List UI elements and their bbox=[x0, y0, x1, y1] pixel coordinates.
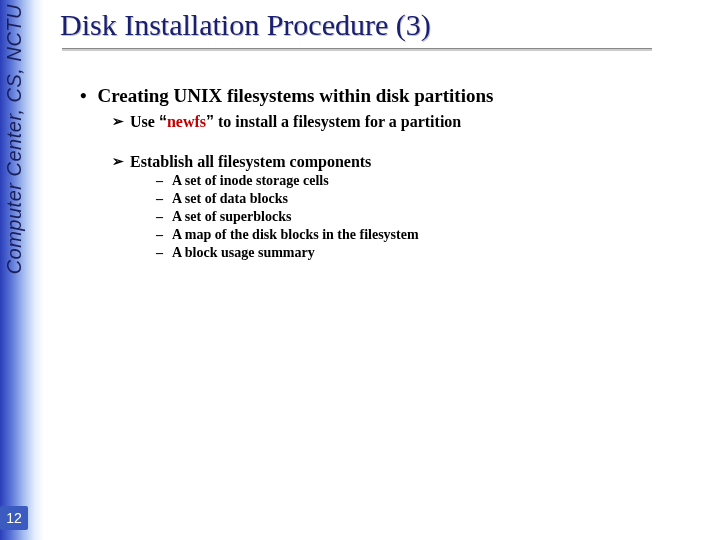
quote-close: ” bbox=[206, 113, 214, 130]
slide-content: Disk Installation Procedure (3) Creating… bbox=[60, 8, 700, 263]
dash-item-2: A set of data blocks bbox=[172, 191, 700, 207]
dash-item-1: A set of inode storage cells bbox=[172, 173, 700, 189]
sub1-pre: Use bbox=[130, 113, 159, 130]
arrow-icon: ➢ bbox=[112, 153, 124, 169]
sub1-post: to install a filesystem for a partition bbox=[214, 113, 461, 130]
sub-bullet-1: ➢ Use “newfs” to install a filesystem fo… bbox=[130, 113, 700, 131]
dash-item-3: A set of superblocks bbox=[172, 209, 700, 225]
bullet-main: Creating UNIX filesystems within disk pa… bbox=[98, 85, 700, 107]
dash-item-4: A map of the disk blocks in the filesyst… bbox=[172, 227, 700, 243]
keyword-newfs: newfs bbox=[167, 113, 206, 130]
quote-open: “ bbox=[159, 113, 167, 130]
title-underline bbox=[62, 48, 652, 51]
dash-item-5: A block usage summary bbox=[172, 245, 700, 261]
page-number: 12 bbox=[0, 506, 28, 530]
sub2-text: Establish all filesystem components bbox=[130, 153, 371, 170]
sidebar-org-label: Computer Center, CS, NCTU bbox=[3, 4, 31, 274]
sub-bullet-2: ➢ Establish all filesystem components bbox=[130, 153, 700, 171]
slide-title: Disk Installation Procedure (3) bbox=[60, 8, 700, 42]
arrow-icon: ➢ bbox=[112, 113, 124, 129]
sidebar-gradient: Computer Center, CS, NCTU bbox=[0, 0, 44, 540]
